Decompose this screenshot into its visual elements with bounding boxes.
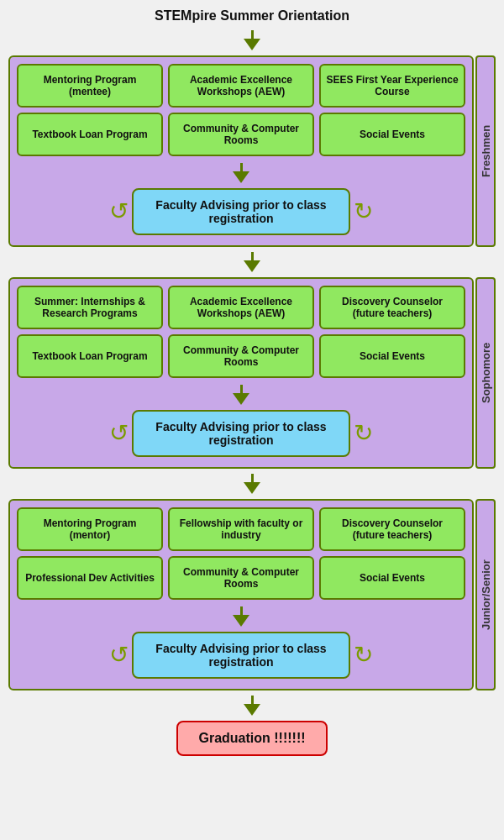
sophomore-label: Sophomore: [475, 277, 496, 469]
sophomore-box-3: Discovery Counselor (future teachers): [319, 286, 465, 329]
sophomore-box-1: Summer: Internships & Research Programs: [17, 286, 163, 329]
sophomore-inner-arrow: [233, 385, 249, 405]
page-title: STEMpire Summer Orientation: [155, 8, 349, 24]
sophomore-box-6: Social Events: [319, 334, 465, 378]
junior-senior-advising-box: Faculty Advising prior to class registra…: [132, 632, 350, 679]
freshmen-box-1: Mentoring Program (mentee): [17, 64, 163, 108]
junior-senior-row2: Professional Dev Activities Community & …: [17, 556, 465, 600]
top-arrow: [244, 30, 260, 50]
sophomore-box-4: Textbook Loan Program: [17, 334, 163, 378]
freshmen-left-arrow-icon: ↺: [109, 200, 129, 223]
freshmen-row1: Mentoring Program (mentee) Academic Exce…: [17, 64, 465, 108]
sophomore-advising-box: Faculty Advising prior to class registra…: [132, 410, 350, 457]
section-junior-senior: Mentoring Program (mentor) Fellowship wi…: [8, 499, 496, 690]
sophomore-box-5: Community & Computer Rooms: [168, 334, 314, 378]
arrow-1-2: [244, 252, 260, 272]
arrow-2-3: [244, 474, 260, 494]
freshmen-right-arrow-icon: ↻: [354, 200, 373, 223]
freshmen-inner-arrow: [233, 163, 249, 183]
freshmen-box-3: SEES First Year Experience Course: [319, 64, 465, 108]
junior-senior-box-3: Discovery Counselor (future teachers): [319, 507, 465, 551]
section-box-sophomore: Summer: Internships & Research Programs …: [8, 277, 474, 469]
section-sophomore: Summer: Internships & Research Programs …: [8, 277, 496, 469]
freshmen-box-4: Textbook Loan Program: [17, 113, 163, 156]
freshmen-row2: Textbook Loan Program Community & Comput…: [17, 113, 465, 156]
junior-senior-box-4: Professional Dev Activities: [17, 556, 163, 600]
junior-senior-box-5: Community & Computer Rooms: [168, 556, 314, 600]
section-box-freshmen: Mentoring Program (mentee) Academic Exce…: [8, 55, 474, 247]
sophomore-left-arrow-icon: ↺: [109, 422, 129, 445]
freshmen-advising-row: ↺ Faculty Advising prior to class regist…: [17, 188, 465, 235]
section-box-junior-senior: Mentoring Program (mentor) Fellowship wi…: [8, 499, 474, 690]
sophomore-right-arrow-icon: ↻: [354, 422, 373, 445]
junior-senior-box-1: Mentoring Program (mentor): [17, 507, 163, 551]
sophomore-advising-row: ↺ Faculty Advising prior to class regist…: [17, 410, 465, 457]
junior-senior-box-2: Fellowship with faculty or industry: [168, 507, 314, 551]
junior-senior-label: Junior/Senior: [475, 499, 496, 690]
freshmen-advising-box: Faculty Advising prior to class registra…: [132, 188, 350, 235]
junior-senior-box-6: Social Events: [319, 556, 465, 600]
freshmen-box-2: Academic Excellence Workshops (AEW): [168, 64, 314, 108]
junior-senior-advising-row: ↺ Faculty Advising prior to class regist…: [17, 632, 465, 679]
arrow-to-graduation: [244, 696, 260, 716]
freshmen-box-5: Community & Computer Rooms: [168, 113, 314, 156]
graduation-box: Graduation !!!!!!!: [176, 721, 327, 756]
sophomore-box-2: Academic Excellence Workshops (AEW): [168, 286, 314, 329]
junior-senior-right-arrow-icon: ↻: [354, 643, 373, 667]
junior-senior-left-arrow-icon: ↺: [109, 643, 129, 667]
freshmen-box-6: Social Events: [319, 113, 465, 156]
freshmen-label: Freshmen: [475, 55, 496, 247]
junior-senior-row1: Mentoring Program (mentor) Fellowship wi…: [17, 507, 465, 551]
section-freshmen: Mentoring Program (mentee) Academic Exce…: [8, 55, 496, 247]
junior-senior-inner-arrow: [233, 606, 249, 627]
sophomore-row1: Summer: Internships & Research Programs …: [17, 286, 465, 329]
sophomore-row2: Textbook Loan Program Community & Comput…: [17, 334, 465, 378]
